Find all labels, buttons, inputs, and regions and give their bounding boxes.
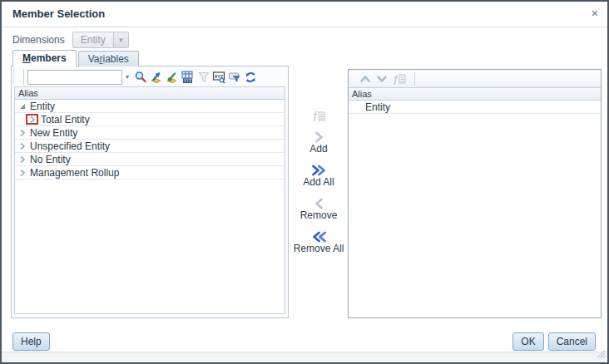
- red-highlight-box: [26, 114, 38, 125]
- filter-select-icon[interactable]: [228, 70, 242, 84]
- tree-row-management-rollup[interactable]: Management Rollup: [15, 166, 285, 180]
- selected-row-entity[interactable]: Entity: [349, 101, 601, 114]
- add-all-button[interactable]: [311, 165, 327, 176]
- selected-toolbar: ƒ: [349, 70, 601, 88]
- xyz-search-icon[interactable]: XYZ: [212, 70, 226, 84]
- tree-row-new-entity[interactable]: New Entity: [15, 126, 285, 140]
- remove-all-label[interactable]: Remove All: [294, 243, 344, 254]
- move-down-icon[interactable]: [376, 74, 388, 83]
- dimensions-label: Dimensions: [12, 34, 65, 46]
- tree-node-label[interactable]: Unspecified Entity: [30, 140, 110, 152]
- members-tree-list: Alias Entity Total Entity New Entity Uns…: [14, 86, 285, 314]
- tab-members[interactable]: Members: [12, 50, 77, 66]
- add-all-label[interactable]: Add All: [303, 176, 334, 188]
- tab-members-mnemonic: M: [22, 52, 31, 64]
- function-icon[interactable]: ƒ: [312, 111, 325, 121]
- xyz-table-icon[interactable]: XYZ: [181, 70, 195, 84]
- tree-row-unspecified-entity[interactable]: Unspecified Entity: [15, 140, 285, 153]
- tree-node-label[interactable]: New Entity: [30, 127, 77, 139]
- chevron-down-icon[interactable]: ▾: [113, 32, 128, 47]
- filter-icon[interactable]: [196, 70, 210, 84]
- cancel-button[interactable]: Cancel: [548, 332, 596, 351]
- move-up-icon[interactable]: [359, 74, 371, 83]
- alias-column-header: Alias: [15, 87, 285, 100]
- dimension-value: Entity: [73, 32, 113, 47]
- tab-variables-pre: Va: [88, 53, 100, 65]
- tree-row-no-entity[interactable]: No Entity: [15, 153, 285, 166]
- remove-label[interactable]: Remove: [300, 209, 338, 221]
- fx-glyph: ƒ: [393, 75, 399, 83]
- close-icon[interactable]: ×: [592, 7, 598, 20]
- search-icon[interactable]: [133, 70, 147, 84]
- member-selection-dialog: Member Selection × Dimensions Entity ▾ M…: [0, 0, 609, 364]
- find-function-icon[interactable]: [165, 70, 179, 84]
- dimension-combobox[interactable]: Entity ▾: [72, 32, 129, 48]
- expand-chevron-icon[interactable]: [17, 155, 27, 164]
- xyz-label: XYZ: [215, 73, 224, 78]
- search-toolbar: ▾ XYZ XYZ: [13, 68, 286, 86]
- dialog-title: Member Selection: [12, 7, 105, 20]
- refresh-icon[interactable]: [244, 70, 258, 84]
- expand-chevron-icon[interactable]: [29, 116, 36, 124]
- alias-column-header: Alias: [349, 88, 601, 101]
- toolbar-separator: [414, 72, 415, 86]
- tree-node-label[interactable]: No Entity: [30, 154, 71, 165]
- remove-all-button[interactable]: [311, 231, 327, 243]
- tab-members-rest: embers: [31, 52, 67, 64]
- tab-variables-rest: iables: [103, 53, 129, 65]
- title-bar: Member Selection ×: [2, 2, 607, 27]
- xyz-label: XYZ: [184, 79, 191, 83]
- footer-buttons: OK Cancel: [512, 332, 596, 351]
- fx-glyph: ƒ: [312, 111, 318, 120]
- function-icon[interactable]: ƒ: [393, 74, 406, 84]
- expand-chevron-icon[interactable]: [17, 142, 27, 150]
- selected-member-label[interactable]: Entity: [365, 101, 390, 113]
- tree-node-label[interactable]: Management Rollup: [30, 167, 119, 179]
- members-tab-content: ▾ XYZ XYZ: [11, 66, 289, 318]
- expand-chevron-icon[interactable]: [17, 129, 27, 137]
- tree-row-total-entity[interactable]: Total Entity: [15, 113, 285, 126]
- resize-grip[interactable]: [597, 347, 606, 362]
- ok-button[interactable]: OK: [512, 332, 543, 351]
- add-label[interactable]: Add: [309, 143, 327, 155]
- help-button[interactable]: Help: [12, 332, 50, 351]
- shuttle-actions: ƒ Add Add All Remove Remove All: [290, 111, 348, 254]
- tree-node-label[interactable]: Entity: [30, 101, 55, 112]
- tree-row-entity[interactable]: Entity: [15, 100, 285, 113]
- find-member-icon[interactable]: [149, 70, 163, 84]
- search-dropdown-icon[interactable]: ▾: [126, 73, 129, 81]
- tab-variables[interactable]: Variables: [78, 51, 139, 66]
- toolbar-separator: [13, 69, 24, 85]
- tree-node-label[interactable]: Total Entity: [41, 114, 90, 125]
- expand-chevron-icon[interactable]: [17, 169, 27, 177]
- tab-bar: Members Variables: [12, 50, 139, 66]
- add-button[interactable]: [314, 131, 324, 143]
- remove-button[interactable]: [314, 198, 324, 209]
- dimensions-row: Dimensions Entity ▾: [12, 32, 129, 48]
- search-input[interactable]: [27, 70, 122, 85]
- selected-members-panel: ƒ Alias Entity: [348, 69, 602, 318]
- footer-strip: [2, 352, 607, 362]
- collapse-triangle-icon[interactable]: [17, 102, 27, 111]
